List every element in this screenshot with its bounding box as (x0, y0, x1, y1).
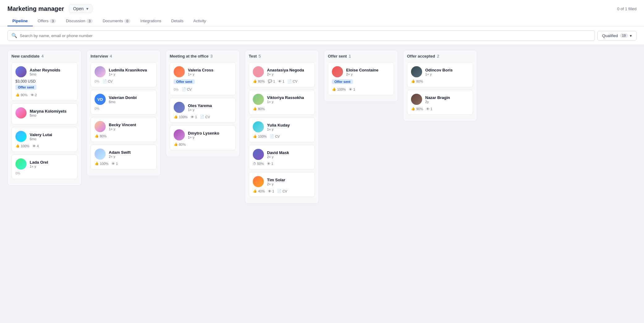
card-yulia[interactable]: Yulia Kuday 1+ y 👍100% 📄CV (249, 117, 315, 142)
candidate-tenure: 1+ y (188, 72, 213, 76)
thumbs-up-icon: 👍 (253, 134, 257, 138)
column-interview: Interview 4 Ludmila Krasnikova 1+ y 0% 📄… (87, 50, 161, 176)
avatar (411, 94, 422, 105)
column-title: Offer sent (328, 54, 347, 58)
cv-icon: 📄 (200, 115, 204, 119)
column-title: Interview (91, 54, 108, 58)
avatar (253, 149, 264, 160)
avatar (253, 94, 264, 105)
card-nazar[interactable]: Nazar Bragin 2y 👍90% 👁1 (407, 90, 473, 115)
comment-icon: 💬 (268, 79, 272, 83)
qualified-filter[interactable]: Qualified 19 ▾ (597, 31, 637, 41)
avatar: VD (95, 94, 106, 105)
tab-activity[interactable]: Activity (189, 16, 211, 26)
candidate-name: Maryna Kolomiyets (30, 109, 66, 114)
clock-icon: ⏱ (253, 162, 256, 166)
avatar (253, 176, 264, 187)
candidate-name: Anastasiya Negoda (267, 68, 304, 72)
avatar (332, 66, 343, 77)
card-lada[interactable]: Lada Orel 1+ y 0% (11, 154, 78, 179)
card-david[interactable]: David Mask 2+ y ⏱50% 👁1 (249, 145, 315, 170)
tab-details[interactable]: Details (166, 16, 189, 26)
eye-icon: 👁 (268, 189, 271, 193)
column-offer-sent: Offer sent 1 Eloise Constaine 2+ y Offer… (324, 50, 398, 102)
column-title: Test (249, 54, 257, 58)
candidate-name: Adam Swift (109, 150, 131, 155)
card-valeria[interactable]: Valeria Cross 1+ y Offer sent 0% 📄CV (170, 62, 236, 95)
card-becky[interactable]: Becky Vincent 1+ y 👍80% (91, 117, 157, 142)
status-dropdown[interactable]: Open ▾ (69, 4, 92, 13)
avatar (174, 129, 185, 140)
card-valery[interactable]: Valery Lutai 6mo 👍100% 👁4 (11, 127, 78, 152)
tab-documents[interactable]: Documents0 (98, 16, 135, 26)
card-anastasiya[interactable]: Anastasiya Negoda 2+ y 👍80% 💬1 👁1 📄CV (249, 62, 315, 87)
column-test: Test 5 Anastasiya Negoda 2+ y 👍80% 💬1 👁1… (245, 50, 319, 204)
card-adam[interactable]: Adam Swift 2+ y 👍100% 👁1 (91, 144, 157, 170)
card-oles[interactable]: Oles Yarema 1+ y 👍100% 👁1 📄CV (170, 98, 236, 123)
tab-offers[interactable]: Offers3 (33, 16, 61, 26)
candidate-name: Odincov Boris (425, 68, 453, 72)
candidate-tenure: 1+ y (188, 108, 212, 112)
tab-discussion[interactable]: Discussion3 (61, 16, 98, 26)
column-meeting: Meeting at the office 3 Valeria Cross 1+… (166, 50, 240, 157)
candidate-tenure: 6mo (30, 137, 52, 141)
thumbs-up-icon: 👍 (174, 142, 178, 146)
search-input[interactable] (20, 33, 591, 38)
qualified-count: 19 (620, 33, 628, 38)
column-title: New candidate (11, 54, 40, 58)
eye-icon: 👁 (191, 115, 194, 119)
eye-icon: 👁 (112, 162, 115, 166)
thumbs-up-icon: 👍 (95, 162, 99, 166)
eye-icon: 👁 (32, 144, 36, 148)
avatar (15, 107, 27, 118)
eye-icon: 👁 (426, 107, 430, 111)
candidate-name: Asher Reynolds (30, 68, 60, 72)
avatar (174, 102, 185, 113)
card-viktoriya[interactable]: Viktoriya Rassokha 1+ y 👍80% (249, 90, 315, 115)
candidate-name: Eloise Constaine (346, 68, 379, 72)
candidate-name: Dmytro Lysenko (188, 131, 219, 136)
candidate-tenure: 1+ y (188, 136, 219, 139)
column-title: Offer accepted (407, 54, 435, 58)
avatar (15, 66, 27, 77)
candidate-name: Tim Solar (267, 178, 285, 182)
candidate-tenure: 2+ y (267, 155, 289, 159)
avatar (15, 158, 27, 170)
offer-badge: Offer sent (174, 79, 195, 84)
thumbs-up-icon: 👍 (174, 115, 178, 119)
app-header: Marketing manager Open ▾ 0 of 1 filled P… (0, 0, 644, 27)
candidate-name: Becky Vincent (109, 123, 136, 127)
candidate-name: Viktoriya Rassokha (267, 95, 304, 100)
candidate-tenure: 6mo (109, 100, 137, 104)
card-dmytro[interactable]: Dmytro Lysenko 1+ y 👍80% (170, 125, 236, 150)
tab-integrations[interactable]: Integrations (135, 16, 166, 26)
card-valerian[interactable]: VD Valerian Donbi 6mo 0% (91, 90, 157, 114)
card-eloise[interactable]: Eloise Constaine 2+ y Offer sent 👍100% 👁… (328, 62, 394, 95)
candidate-tenure: 1+ y (109, 72, 147, 76)
card-odincov[interactable]: Odincov Boris 1+ y 👍80% (407, 62, 473, 87)
tab-pipeline[interactable]: Pipeline (7, 16, 33, 26)
thumbs-up-icon: 👍 (332, 87, 336, 91)
candidate-tenure: 2+ y (267, 72, 304, 76)
card-ludmila[interactable]: Ludmila Krasnikova 1+ y 0% 📄CV (91, 62, 157, 87)
eye-icon: 👁 (278, 80, 282, 83)
card-tim[interactable]: Tim Solar 2+ y 👍40% 👁1 📄CV (249, 172, 315, 197)
candidate-name: Valerian Donbi (109, 95, 137, 100)
thumbs-up-icon: 👍 (95, 134, 99, 138)
offer-badge: Offer sent (332, 79, 353, 84)
cv-icon: 📄 (287, 79, 292, 83)
candidate-name: Lada Orel (30, 160, 48, 165)
candidate-tenure: 1+ y (267, 100, 304, 104)
column-count: 4 (41, 54, 44, 58)
filled-info: 0 of 1 filled (617, 6, 637, 11)
column-count: 3 (210, 54, 213, 58)
candidate-name: Ludmila Krasnikova (109, 68, 147, 72)
eye-icon: 👁 (267, 162, 270, 166)
card-maryna[interactable]: Maryna Kolomiyets 5mo (11, 103, 78, 124)
column-count: 2 (437, 54, 439, 58)
search-box[interactable]: 🔍 (7, 30, 595, 41)
candidate-tenure: 2+ y (346, 72, 379, 76)
candidate-tenure: 2y (425, 100, 450, 104)
card-asher[interactable]: Asher Reynolds 5mo $3,000 USD Offer sent… (11, 62, 78, 101)
thumbs-up-icon: 👍 (15, 144, 20, 148)
